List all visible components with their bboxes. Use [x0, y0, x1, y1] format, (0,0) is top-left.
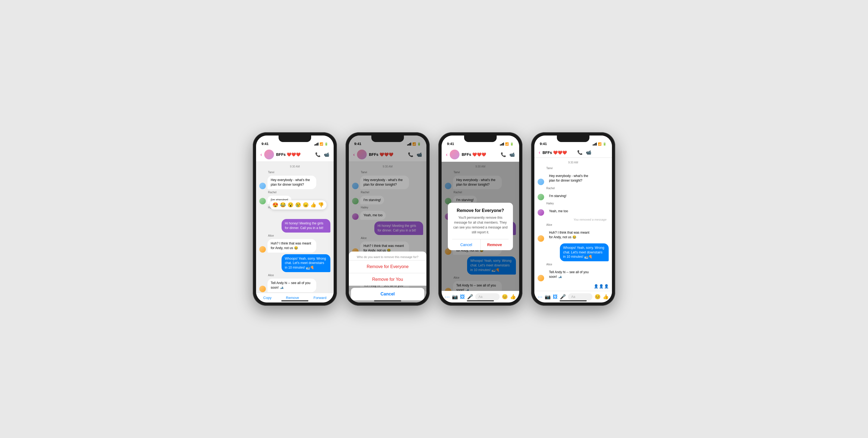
back-button-3[interactable]: ‹ [446, 152, 447, 158]
message-input[interactable]: Aa [475, 293, 500, 300]
phone-4-screen: 9:41 📶 🔋 ‹ BFFs ❤️❤️❤️ 📞 📹 9:30 AM [534, 136, 612, 302]
phone-call-icon-3[interactable]: 📞 [501, 152, 506, 157]
cancel-option-2[interactable]: Cancel [351, 288, 424, 300]
avatar [538, 209, 544, 216]
emoji-wow[interactable]: 😮 [287, 202, 293, 208]
chat-avatar-1 [264, 149, 274, 159]
sender-label: Alice [546, 263, 609, 266]
status-icons-4: 📶 🔋 [593, 142, 607, 146]
camera-icon-4[interactable]: 📷 [545, 294, 551, 300]
phone-3-notch [464, 136, 497, 142]
copy-button[interactable]: Copy [264, 296, 272, 300]
phone-2-screen: 9:41 📶 🔋 ‹ BFFs ❤️❤️❤️ 📞 📹 9:30 AM Tanvi [349, 136, 426, 302]
bubble: Hi honey! Meeting the girls for dinner. … [282, 219, 330, 233]
phone-call-icon-1[interactable]: 📞 [315, 152, 321, 157]
action-sheet-2: Who do you want to remove this message f… [349, 251, 426, 286]
chat-avatar-3 [450, 149, 460, 159]
phone-2-notch [371, 136, 404, 142]
home-indicator-4 [560, 300, 587, 301]
bubble: Whoops! Yeah, sorry. Wrong chat. Let's m… [560, 243, 609, 261]
bubble: Huh? I think that was meant for Andy, no… [268, 239, 316, 252]
alert-message-3: You'll permanently remove this message f… [452, 215, 508, 235]
mic-icon-4[interactable]: 🎤 [560, 294, 566, 300]
msg-row: I'm starving! [538, 192, 609, 201]
msg-row: Hi honey! Meeting the girls for dinner. … [259, 219, 330, 233]
bubble: I'm starving! [546, 192, 569, 201]
home-indicator-2 [374, 300, 401, 301]
emoji-cry[interactable]: 😢 [295, 202, 301, 208]
avatar [538, 194, 544, 200]
nav-bar-1: ‹ BFFs ❤️❤️❤️ 📞 📹 [256, 147, 334, 162]
phone-1-screen: 9:41 📶 🔋 ‹ BFFs ❤️❤️❤️ 📞 📹 9:30 AM [256, 136, 334, 302]
phone-call-icon-4[interactable]: 📞 [577, 150, 583, 155]
chat-title-3: BFFs ❤️❤️❤️ [462, 152, 499, 157]
nav-actions-1: 📞 📹 [315, 152, 329, 157]
msg-row: Huh? I think that was meant for Andy, no… [259, 239, 330, 252]
video-call-icon-4[interactable]: 📹 [586, 150, 591, 155]
forward-button[interactable]: Forward [314, 296, 327, 300]
phone-2: 9:41 📶 🔋 ‹ BFFs ❤️❤️❤️ 📞 📹 9:30 AM Tanvi [346, 132, 430, 306]
avatar [259, 286, 266, 292]
emoji-thumbsdown[interactable]: 👎 [318, 202, 324, 208]
image-icon-4[interactable]: 🖼 [553, 294, 558, 300]
sender-label: Rachel [268, 191, 330, 194]
nav-actions-4: 📞 📹 [577, 150, 591, 155]
chat-area-4: 9:30 AM Tanvi Hey everybody - what's the… [534, 158, 612, 291]
timestamp-4: 9:30 AM [538, 161, 609, 164]
avatar [538, 275, 544, 281]
status-icons-3: 📶 🔋 [500, 142, 514, 146]
chat-area-3: 9:30 AM Tanvi Hey everybody - what's the… [442, 162, 519, 291]
emoji-icon-4[interactable]: 😊 [595, 294, 600, 300]
avatar [538, 179, 544, 185]
alert-title-3: Remove for Everyone? [452, 208, 508, 213]
msg-row: Hey everybody - what's the plan for dinn… [538, 172, 609, 185]
grid-icon[interactable]: ⋯ [445, 294, 450, 300]
message-input-4[interactable]: Aa [568, 293, 592, 300]
image-icon[interactable]: 🖼 [460, 294, 465, 300]
alert-box-3: Remove for Everyone? You'll permanently … [448, 203, 513, 250]
phone-1: 9:41 📶 🔋 ‹ BFFs ❤️❤️❤️ 📞 📹 9:30 AM [253, 132, 337, 306]
status-time-4: 9:41 [540, 142, 547, 146]
sender-label: Hailey [546, 202, 609, 205]
status-time-3: 9:41 [447, 142, 454, 146]
phone-4: 9:41 📶 🔋 ‹ BFFs ❤️❤️❤️ 📞 📹 9:30 AM [531, 132, 615, 306]
video-call-icon-3[interactable]: 📹 [509, 152, 515, 157]
back-button-4[interactable]: ‹ [539, 149, 540, 155]
msg-row: Huh? I think that was meant for Andy, no… [538, 228, 609, 242]
emoji-thumbsup[interactable]: 👍 [310, 202, 316, 208]
alert-cancel-button[interactable]: Cancel [452, 239, 480, 250]
remove-for-you-option[interactable]: Remove for You [349, 273, 426, 286]
emoji-reaction-bar-1[interactable]: 😍 😂 😮 😢 😠 👍 👎 [270, 200, 327, 209]
mic-icon[interactable]: 🎤 [467, 294, 473, 300]
bubble: Hey everybody - what's the plan for dinn… [546, 172, 595, 185]
sender-label: Tanvi [268, 171, 330, 174]
sender-label: Rachel [546, 187, 609, 190]
alert-buttons-3: Cancel Remove [452, 239, 508, 250]
home-indicator-3 [467, 300, 494, 301]
camera-icon[interactable]: 📷 [452, 294, 458, 300]
emoji-laugh[interactable]: 😂 [280, 202, 286, 208]
emoji-angry[interactable]: 😠 [303, 202, 309, 208]
msg-row: Whoops! Yeah, sorry. Wrong chat. Let's m… [538, 243, 609, 261]
phone-3-screen: 9:41 📶 🔋 ‹ BFFs ❤️❤️❤️ 📞 📹 9:30 AM Tanvi [442, 136, 519, 302]
video-call-icon-1[interactable]: 📹 [324, 152, 329, 157]
grid-icon-4[interactable]: ⋯ [538, 294, 542, 300]
chat-area-1: 9:30 AM Tanvi Hey everybody - what's the… [256, 162, 334, 293]
emoji-icon[interactable]: 😊 [502, 294, 508, 300]
emoji-heart-eyes[interactable]: 😍 [272, 202, 278, 208]
msg-row: Hey everybody - what's the plan for dinn… [259, 176, 330, 189]
back-button-1[interactable]: ‹ [260, 152, 262, 158]
sender-label: Alice [268, 274, 330, 277]
removed-message-indicator: You removed a message [538, 218, 609, 221]
group-avatars: 👤👤👤 [538, 284, 609, 289]
avatar [259, 198, 266, 204]
remove-button[interactable]: Remove [286, 296, 299, 300]
alert-remove-button[interactable]: Remove [480, 239, 509, 250]
alert-overlay-3: Remove for Everyone? You'll permanently … [442, 162, 519, 291]
chat-title-4: BFFs ❤️❤️❤️ [542, 150, 575, 155]
phones-container: 9:41 📶 🔋 ‹ BFFs ❤️❤️❤️ 📞 📹 9:30 AM [253, 132, 615, 306]
remove-everyone-option[interactable]: Remove for Everyone [349, 260, 426, 273]
sender-label: Alice [268, 234, 330, 237]
thumbsup-icon[interactable]: 👍 [510, 294, 516, 300]
thumbsup-icon-4[interactable]: 👍 [603, 294, 609, 300]
